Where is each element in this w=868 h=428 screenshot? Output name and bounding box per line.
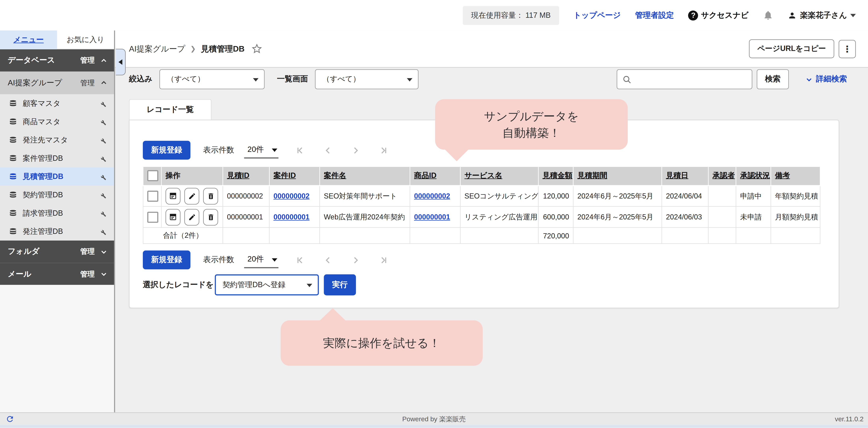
person-icon <box>788 11 797 20</box>
sidebar-tab-favorites[interactable]: お気に入り <box>57 30 114 49</box>
list-view-label: 一覧画面 <box>277 74 308 84</box>
col-header-approver[interactable]: 承認者 <box>708 167 736 185</box>
col-header-amount[interactable]: 見積金額 <box>538 167 573 185</box>
folder-admin-link[interactable]: 管理 <box>80 247 95 257</box>
wrench-icon[interactable] <box>98 209 106 217</box>
first-page-icon[interactable] <box>296 146 305 155</box>
breadcrumb-current: 見積管理DB <box>201 44 245 54</box>
bulk-action-select[interactable]: 契約管理DBへ登録 <box>215 274 319 295</box>
sidebar-tab-menu[interactable]: メニュー <box>0 30 57 49</box>
sidebar: メニュー お気に入り データベース 管理 AI提案グループ 管理 顧客マスタ <box>0 30 115 412</box>
cell-case-name: Web広告運用2024年契約 <box>320 206 410 228</box>
sidebar-item-supplier-master[interactable]: 発注先マスタ <box>0 131 114 149</box>
detail-icon[interactable] <box>165 209 181 225</box>
col-header-case-name[interactable]: 案件名 <box>320 167 410 185</box>
chevron-up-icon <box>100 57 107 64</box>
wrench-icon[interactable] <box>98 173 106 180</box>
sidebar-item-billing-db[interactable]: 請求管理DB <box>0 204 114 222</box>
wrench-icon[interactable] <box>98 99 106 107</box>
execute-button[interactable]: 実行 <box>324 274 356 295</box>
notification-bell-icon[interactable] <box>763 10 774 21</box>
cell-estimate-id: 000000001 <box>223 206 269 228</box>
cell-date: 2024/06/03 <box>662 206 708 228</box>
col-header-status[interactable]: 承認状況 <box>736 167 771 185</box>
prev-page-icon[interactable] <box>323 146 333 155</box>
wrench-icon[interactable] <box>98 154 106 162</box>
powered-by-text: Powered by 楽楽販売 <box>0 415 868 424</box>
sidebar-item-contract-db[interactable]: 契約管理DB <box>0 186 114 204</box>
col-header-period[interactable]: 見積期間 <box>573 167 662 185</box>
trash-icon[interactable] <box>203 188 218 204</box>
page-size-select[interactable]: 20件 <box>244 142 278 159</box>
wrench-icon[interactable] <box>98 228 106 235</box>
wrench-icon[interactable] <box>98 191 106 199</box>
user-menu[interactable]: 楽楽花子さん <box>788 10 856 20</box>
edit-pencil-icon[interactable] <box>184 188 199 204</box>
case-id-link[interactable]: 000000001 <box>273 213 310 221</box>
first-page-icon[interactable] <box>296 255 305 265</box>
new-record-button[interactable]: 新規登録 <box>143 251 190 269</box>
wrench-icon[interactable] <box>98 136 106 144</box>
mail-admin-link[interactable]: 管理 <box>80 269 95 279</box>
narrow-filter-select[interactable]: （すべて） <box>160 69 265 89</box>
database-admin-link[interactable]: 管理 <box>80 56 95 65</box>
favorite-star-icon[interactable] <box>252 44 262 54</box>
col-header-service[interactable]: サービス名 <box>460 167 538 185</box>
col-header-case-id[interactable]: 案件ID <box>269 167 319 185</box>
success-navi-link[interactable]: ? サクセスナビ <box>688 10 749 20</box>
group-admin-link[interactable]: 管理 <box>80 78 95 88</box>
col-header-date[interactable]: 見積日 <box>662 167 708 185</box>
bulk-action-row: 選択したレコードを 契約管理DBへ登録 実行 <box>143 274 826 295</box>
row-checkbox[interactable] <box>147 191 158 202</box>
product-id-link[interactable]: 000000001 <box>414 213 450 221</box>
kebab-menu-button[interactable]: ⋮ <box>839 40 856 58</box>
col-header-estimate-id[interactable]: 見積ID <box>223 167 269 185</box>
copy-page-url-button[interactable]: ページURLをコピー <box>749 39 834 58</box>
next-page-icon[interactable] <box>351 146 361 155</box>
sidebar-item-case-db[interactable]: 案件管理DB <box>0 149 114 168</box>
storage-usage-badge: 現在使用容量： 117 MB <box>463 6 559 25</box>
tab-record-list[interactable]: レコード一覧 <box>129 99 212 120</box>
row-checkbox[interactable] <box>147 211 158 223</box>
trash-icon[interactable] <box>203 209 218 225</box>
question-circle-icon: ? <box>688 10 699 20</box>
callout-sample-data: サンプルデータを 自動構築！ <box>435 99 628 149</box>
sidebar-section-mail[interactable]: メール 管理 <box>0 263 114 285</box>
search-button[interactable]: 検索 <box>757 69 789 89</box>
detail-icon[interactable] <box>165 188 181 204</box>
sidebar-item-product-master[interactable]: 商品マスタ <box>0 113 114 131</box>
new-record-button[interactable]: 新規登録 <box>143 141 190 160</box>
sidebar-collapse-handle[interactable] <box>116 49 126 76</box>
search-input[interactable] <box>636 70 749 90</box>
sidebar-item-customer-master[interactable]: 顧客マスタ <box>0 94 114 113</box>
app-root: 現在使用容量： 117 MB トップページ 管理者設定 ? サクセスナビ 楽楽花… <box>0 0 868 428</box>
prev-page-icon[interactable] <box>323 255 333 265</box>
next-page-icon[interactable] <box>351 255 361 265</box>
last-page-icon[interactable] <box>378 146 388 155</box>
topbar: 現在使用容量： 117 MB トップページ 管理者設定 ? サクセスナビ 楽楽花… <box>0 0 868 30</box>
wrench-icon[interactable] <box>98 118 106 125</box>
list-view-select[interactable]: （すべて） <box>315 69 419 89</box>
sidebar-item-order-db[interactable]: 発注管理DB <box>0 222 114 240</box>
product-id-link[interactable]: 000000002 <box>414 192 450 200</box>
narrow-filter-label: 絞込み <box>129 74 153 84</box>
sidebar-group-ai-proposal[interactable]: AI提案グループ 管理 <box>0 72 114 94</box>
chevron-down-icon <box>805 76 812 83</box>
bulk-action-label: 選択したレコードを <box>143 280 214 290</box>
cell-status: 申請中 <box>736 186 771 207</box>
edit-pencil-icon[interactable] <box>184 209 199 225</box>
collapse-arrow-icon <box>119 59 123 65</box>
admin-settings-link[interactable]: 管理者設定 <box>635 10 674 20</box>
sidebar-section-database[interactable]: データベース 管理 <box>0 49 114 72</box>
sidebar-item-estimate-db[interactable]: 見積管理DB <box>0 167 114 186</box>
advanced-search-link[interactable]: 詳細検索 <box>805 74 847 84</box>
last-page-icon[interactable] <box>378 255 388 265</box>
breadcrumb-group[interactable]: AI提案グループ <box>129 44 185 54</box>
col-header-note[interactable]: 備考 <box>771 167 820 185</box>
top-page-link[interactable]: トップページ <box>573 10 621 20</box>
select-all-checkbox[interactable] <box>147 170 158 181</box>
sidebar-section-folder[interactable]: フォルダ 管理 <box>0 240 114 263</box>
col-header-product-id[interactable]: 商品ID <box>410 167 460 185</box>
case-id-link[interactable]: 000000002 <box>273 192 310 200</box>
page-size-select[interactable]: 20件 <box>244 252 278 268</box>
